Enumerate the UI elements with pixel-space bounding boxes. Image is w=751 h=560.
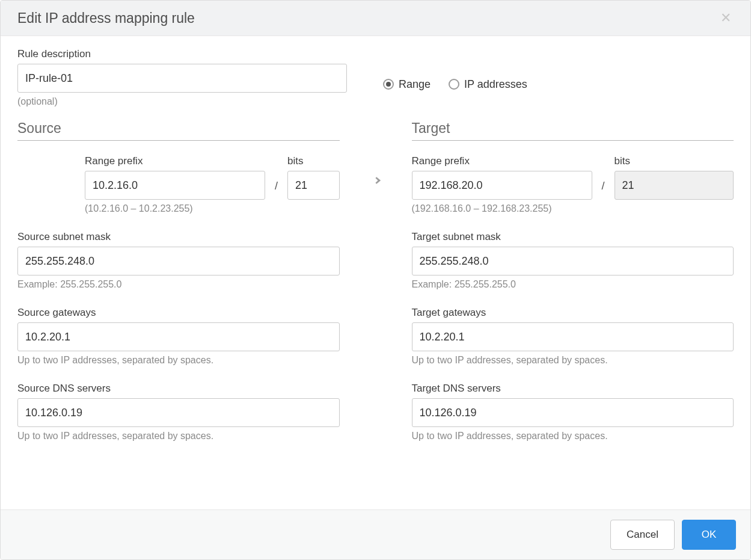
source-subnet-input[interactable] [17, 247, 340, 275]
rule-description-label: Rule description [17, 48, 347, 60]
dialog-footer: Cancel OK [1, 509, 750, 559]
target-subnet-hint: Example: 255.255.255.0 [412, 279, 734, 290]
source-range-hint: (10.2.16.0 – 10.2.23.255) [85, 203, 340, 214]
target-gateways-hint: Up to two IP addresses, separated by spa… [412, 355, 734, 366]
slash-separator: / [598, 180, 608, 200]
ok-button[interactable]: OK [682, 520, 736, 550]
target-subnet-label: Target subnet mask [412, 231, 734, 243]
source-range-prefix-label: Range prefix [85, 155, 265, 167]
slash-separator: / [271, 180, 281, 200]
edit-ip-mapping-dialog: Edit IP address mapping rule ✕ Rule desc… [0, 0, 751, 560]
source-gateways-input[interactable] [17, 322, 340, 351]
target-dns-input[interactable] [412, 398, 734, 427]
mode-radio-group: Range IP addresses [383, 78, 527, 91]
arrow-right-icon [367, 172, 384, 189]
close-icon[interactable]: ✕ [718, 9, 734, 27]
source-gateways-hint: Up to two IP addresses, separated by spa… [17, 355, 340, 366]
target-gateways-label: Target gateways [412, 307, 734, 319]
rule-description-hint: (optional) [17, 96, 347, 107]
target-dns-hint: Up to two IP addresses, separated by spa… [412, 431, 734, 442]
dialog-body: Rule description (optional) Range IP add… [1, 36, 750, 509]
target-subnet-input[interactable] [412, 247, 734, 275]
target-bits-label: bits [615, 155, 734, 167]
source-gateways-label: Source gateways [17, 307, 340, 319]
rule-description-input[interactable] [17, 64, 347, 93]
radio-icon [449, 79, 459, 90]
mode-radio-ip-label: IP addresses [464, 78, 527, 91]
source-dns-label: Source DNS servers [17, 383, 340, 395]
cancel-button[interactable]: Cancel [610, 520, 675, 550]
dialog-header: Edit IP address mapping rule ✕ [1, 1, 750, 36]
mode-radio-range[interactable]: Range [383, 78, 431, 91]
mode-radio-ip[interactable]: IP addresses [449, 78, 527, 91]
source-bits-label: bits [287, 155, 339, 167]
target-bits-input[interactable] [615, 171, 734, 200]
radio-icon [383, 79, 394, 90]
target-range-prefix-label: Range prefix [412, 155, 592, 167]
mode-radio-range-label: Range [399, 78, 431, 91]
source-dns-input[interactable] [17, 398, 340, 427]
source-subnet-hint: Example: 255.255.255.0 [17, 279, 340, 290]
source-subnet-label: Source subnet mask [17, 231, 340, 243]
target-range-prefix-input[interactable] [412, 171, 592, 200]
target-gateways-input[interactable] [412, 322, 734, 351]
source-bits-input[interactable] [287, 171, 339, 200]
target-section-title: Target [412, 120, 734, 141]
dialog-title: Edit IP address mapping rule [17, 10, 195, 26]
source-section-title: Source [17, 120, 340, 141]
source-range-prefix-input[interactable] [85, 171, 265, 200]
source-dns-hint: Up to two IP addresses, separated by spa… [17, 431, 340, 442]
target-dns-label: Target DNS servers [412, 383, 734, 395]
target-range-hint: (192.168.16.0 – 192.168.23.255) [412, 203, 734, 214]
